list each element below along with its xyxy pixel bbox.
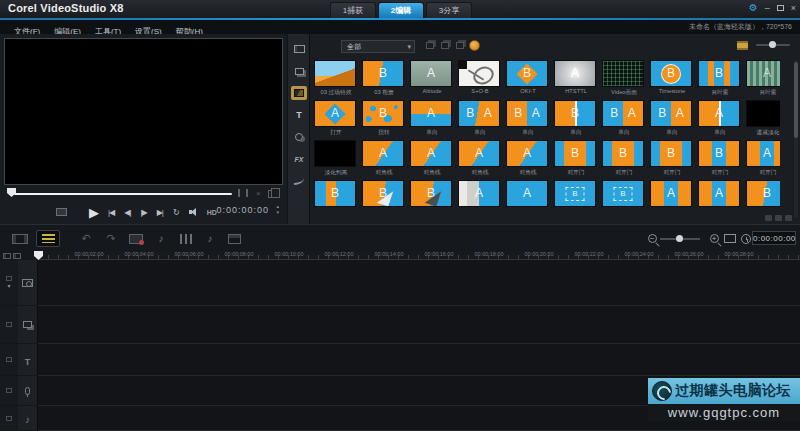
storyboard-view-icon[interactable]	[8, 230, 32, 247]
jump-end-button[interactable]: ▶|	[157, 208, 163, 217]
browse-badge-icon[interactable]	[469, 40, 480, 51]
transition-item[interactable]: 淡化到黑	[312, 138, 360, 178]
track-toggle-title[interactable]	[0, 344, 18, 376]
repeat-button[interactable]: ↻	[173, 208, 179, 217]
trim-in-icon[interactable]	[238, 189, 240, 197]
transition-item[interactable]: B扭转	[360, 98, 408, 138]
transition-item[interactable]: AAltitude	[408, 58, 456, 98]
nav-graphics-icon[interactable]	[291, 130, 307, 144]
zoom-slider-knob[interactable]	[676, 235, 683, 242]
track-header-title[interactable]	[18, 344, 37, 376]
transition-item[interactable]: 递减淡化	[744, 98, 780, 138]
scrubber-handle[interactable]	[7, 188, 16, 197]
preview-timecode[interactable]: 0:00:00:00	[216, 205, 269, 215]
transition-item[interactable]: B	[408, 178, 456, 218]
copy-clip-icon[interactable]	[268, 190, 275, 198]
transition-item[interactable]: B	[552, 178, 600, 218]
jump-start-button[interactable]: |◀	[108, 208, 114, 217]
split-clip-icon[interactable]	[56, 208, 67, 216]
ruler-corner-icons[interactable]	[0, 251, 38, 260]
track-header-overlay[interactable]	[18, 306, 37, 344]
scrollbar-thumb[interactable]	[794, 62, 798, 138]
track-manager-icon[interactable]	[222, 230, 246, 247]
restore-button[interactable]	[777, 5, 784, 11]
track-header-voice[interactable]	[18, 376, 37, 406]
transition-item[interactable]: Video画面	[600, 58, 648, 98]
trim-out-icon[interactable]	[246, 189, 248, 197]
scrubber-track[interactable]	[14, 193, 232, 195]
track-toggle-video[interactable]: ▾	[0, 260, 18, 306]
transition-item[interactable]: AHTSTTL	[552, 58, 600, 98]
timecode-spinner[interactable]: ▴▾	[276, 203, 279, 215]
redo-icon[interactable]: ↷	[99, 230, 123, 247]
track-header-music[interactable]	[18, 406, 37, 431]
transition-item[interactable]: A	[648, 178, 696, 218]
transition-item[interactable]: B对开门	[552, 138, 600, 178]
transition-item[interactable]: A对角线	[408, 138, 456, 178]
list-view-toggle-icon[interactable]	[737, 41, 748, 50]
auto-music-icon[interactable]	[174, 230, 198, 247]
timeline-timecode[interactable]: 0:00:00:00	[752, 231, 796, 245]
transition-item[interactable]: B对开门	[648, 138, 696, 178]
track-toggle-voice[interactable]	[0, 376, 18, 406]
transition-item[interactable]: A单向	[408, 98, 456, 138]
sound-mixer-icon[interactable]: ♪	[149, 230, 173, 247]
next-frame-button[interactable]: |▶	[140, 208, 146, 217]
sort-icon[interactable]	[426, 42, 434, 49]
nav-transitions-icon[interactable]	[291, 86, 307, 100]
transition-item[interactable]: B	[312, 178, 360, 218]
nav-media-icon[interactable]	[291, 42, 307, 56]
play-button[interactable]: ▶	[89, 205, 98, 220]
transition-item[interactable]: 03 过场特效	[312, 58, 360, 98]
transition-item[interactable]: A单向	[696, 98, 744, 138]
slider-knob[interactable]	[769, 41, 776, 48]
transition-item[interactable]: BA单向	[456, 98, 504, 138]
transition-item[interactable]: A打开	[312, 98, 360, 138]
minimize-button[interactable]: –	[765, 2, 770, 14]
close-button[interactable]: ×	[791, 2, 796, 14]
transition-item[interactable]: B	[744, 178, 780, 218]
transition-item[interactable]: B03 相册	[360, 58, 408, 98]
transition-item[interactable]: A对角线	[504, 138, 552, 178]
timeline-ruler-scale[interactable]: 00:00:02:0000:00:04:0000:00:06:0000:00:0…	[38, 251, 800, 260]
transition-item[interactable]: B	[360, 178, 408, 218]
hd-playback-toggle[interactable]: HD	[207, 209, 217, 216]
tab-capture[interactable]: 1捕获	[330, 2, 376, 18]
export-media-icon[interactable]	[456, 42, 464, 49]
transition-item[interactable]: S+O-B	[456, 58, 504, 98]
track-lane-title[interactable]	[38, 344, 800, 376]
transition-item[interactable]: B百叶窗	[696, 58, 744, 98]
prev-frame-button[interactable]: ◀|	[124, 208, 130, 217]
tab-edit[interactable]: 2编辑	[378, 2, 424, 18]
transition-item[interactable]: BA单向	[504, 98, 552, 138]
transition-item[interactable]: BTimestone	[648, 58, 696, 98]
track-toggle-overlay[interactable]	[0, 306, 18, 344]
transition-item[interactable]: BOKI-T	[504, 58, 552, 98]
transition-item[interactable]: BA单向	[600, 98, 648, 138]
delete-clip-icon[interactable]: ×	[256, 189, 261, 198]
transition-item[interactable]: A对角线	[360, 138, 408, 178]
track-toggle-music[interactable]	[0, 406, 18, 431]
library-scrollbar[interactable]	[794, 60, 798, 218]
tab-share[interactable]: 3分享	[426, 2, 472, 18]
nav-motion-path-icon[interactable]	[291, 174, 307, 188]
nav-instant-project-icon[interactable]	[291, 64, 307, 78]
nav-filters-icon[interactable]: FX	[291, 152, 307, 166]
timeline-view-icon[interactable]	[36, 230, 60, 247]
transition-item[interactable]: A	[456, 178, 504, 218]
nav-titles-icon[interactable]: T	[291, 108, 307, 122]
transition-item[interactable]: A对角线	[456, 138, 504, 178]
transition-item[interactable]: B单向	[552, 98, 600, 138]
gallery-dropdown[interactable]: 全部 ▾	[341, 40, 415, 53]
transition-item[interactable]: B	[600, 178, 648, 218]
transition-item[interactable]: B对开门	[600, 138, 648, 178]
transition-item[interactable]: A百叶窗	[744, 58, 780, 98]
library-corner-controls[interactable]	[765, 215, 792, 221]
track-lane-video[interactable]	[38, 260, 800, 306]
track-header-video[interactable]	[18, 260, 37, 306]
settings-gear-icon[interactable]: ⚙	[749, 2, 758, 14]
thumbnail-size-slider[interactable]	[756, 44, 790, 46]
transition-item[interactable]: A对开门	[744, 138, 780, 178]
video-preview[interactable]	[4, 38, 283, 185]
transition-item[interactable]: A	[504, 178, 552, 218]
